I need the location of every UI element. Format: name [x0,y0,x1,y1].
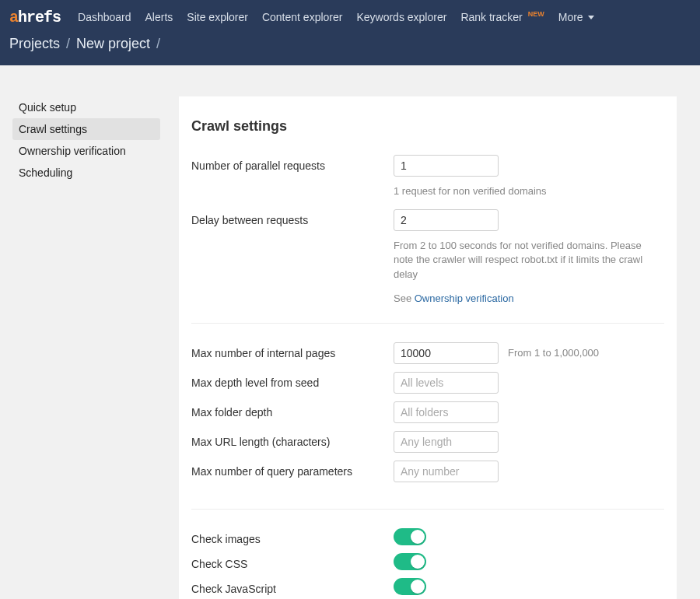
toggle-knob [411,530,425,544]
check-images-label: Check images [191,528,394,545]
max-depth-label: Max depth level from seed [191,372,394,389]
max-url-input[interactable] [394,431,499,453]
row-delay: Delay between requests [191,209,664,231]
max-folder-label: Max folder depth [191,401,394,419]
see-link-row: See Ownership verification [394,292,664,304]
group-requests: Number of parallel requests 1 request fo… [191,155,664,324]
toggle-knob [411,580,425,594]
row-max-folder: Max folder depth [191,401,664,423]
nav-dashboard[interactable]: Dashboard [78,11,131,23]
max-pages-input[interactable] [394,342,499,364]
breadcrumb-sep: / [66,36,70,52]
sidebar: Quick setup Crawl settings Ownership ver… [12,96,160,599]
nav-alerts[interactable]: Alerts [145,11,173,23]
logo[interactable]: ahrefs [9,9,61,26]
parallel-help: 1 request for non verified domains [394,184,658,198]
row-max-depth: Max depth level from seed [191,372,664,394]
nav-label: Dashboard [78,11,131,23]
nav-rank-tracker[interactable]: Rank tracker NEW [460,11,544,23]
row-parallel: Number of parallel requests [191,155,664,177]
max-folder-input[interactable] [394,401,499,423]
check-css-label: Check CSS [191,553,394,570]
topbar: ahrefs Dashboard Alerts Site explorer Co… [0,0,700,34]
nav-keywords-explorer[interactable]: Keywords explorer [356,11,446,23]
group-toggles: Check images Check CSS Check JavaScript … [191,528,664,599]
breadcrumb: Projects / New project / [0,34,700,65]
delay-label: Delay between requests [191,209,394,226]
row-check-images: Check images [191,528,664,545]
breadcrumb-root[interactable]: Projects [9,36,60,52]
sidebar-item-quick-setup[interactable]: Quick setup [12,96,160,118]
max-url-label: Max URL length (characters) [191,431,394,448]
max-pages-label: Max number of internal pages [191,342,394,359]
nav-label: Rank tracker [460,11,522,23]
row-check-css: Check CSS [191,553,664,570]
check-js-toggle[interactable] [394,578,426,595]
check-images-toggle[interactable] [394,528,426,545]
sidebar-item-crawl-settings[interactable]: Crawl settings [12,118,160,140]
row-max-pages: Max number of internal pages From 1 to 1… [191,342,664,364]
nav-label: More [558,11,583,23]
row-check-js: Check JavaScript [191,578,664,595]
nav-label: Site explorer [187,11,248,23]
sidebar-item-ownership-verification[interactable]: Ownership verification [12,140,160,162]
nav-label: Content explorer [262,11,343,23]
max-query-label: Max number of query parameters [191,461,394,478]
settings-panel: Crawl settings Number of parallel reques… [179,96,677,599]
delay-input[interactable] [394,209,499,231]
breadcrumb-sep: / [156,36,160,52]
top-nav: Dashboard Alerts Site explorer Content e… [78,11,594,23]
breadcrumb-current[interactable]: New project [76,36,150,52]
delay-help: From 2 to 100 seconds for not verified d… [394,239,658,282]
max-depth-input[interactable] [394,372,499,394]
row-max-url: Max URL length (characters) [191,431,664,453]
logo-rest: hrefs [18,9,61,26]
max-query-input[interactable] [394,461,499,482]
new-badge: NEW [528,10,544,18]
nav-more[interactable]: More [558,11,594,23]
page-title: Crawl settings [191,118,664,135]
parallel-label: Number of parallel requests [191,155,394,172]
see-prefix: See [394,292,415,304]
sidebar-item-scheduling[interactable]: Scheduling [12,162,160,184]
nav-label: Keywords explorer [356,11,446,23]
chevron-down-icon [588,16,594,19]
nav-label: Alerts [145,11,173,23]
nav-site-explorer[interactable]: Site explorer [187,11,248,23]
layout: Quick setup Crawl settings Ownership ver… [0,65,700,599]
ownership-verification-link[interactable]: Ownership verification [415,292,514,304]
check-css-toggle[interactable] [394,553,426,570]
logo-a: a [9,9,18,26]
check-js-label: Check JavaScript [191,578,394,595]
group-limits: Max number of internal pages From 1 to 1… [191,342,664,510]
max-pages-hint: From 1 to 1,000,000 [508,347,664,359]
parallel-input[interactable] [394,155,499,177]
nav-content-explorer[interactable]: Content explorer [262,11,343,23]
toggle-knob [411,555,425,569]
row-max-query: Max number of query parameters [191,461,664,482]
